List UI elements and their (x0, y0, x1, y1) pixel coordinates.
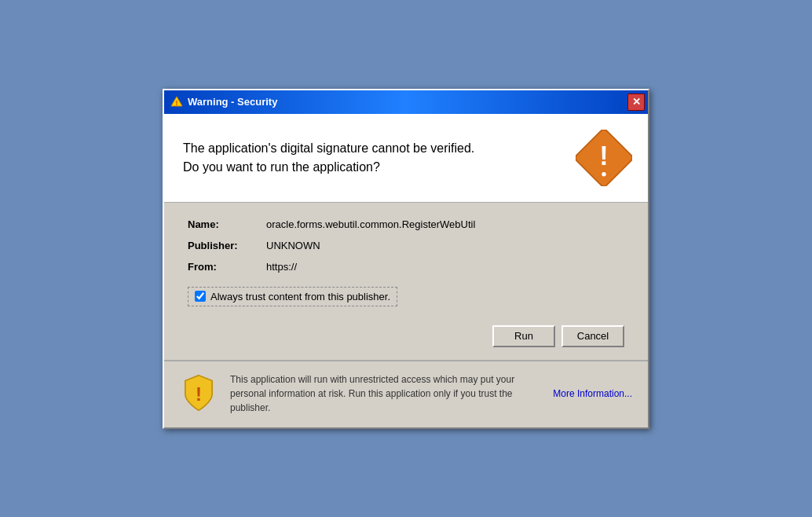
run-button[interactable]: Run (492, 325, 555, 347)
security-dialog: ! Warning - Security ✕ The application's… (163, 89, 649, 429)
footer-section: ! This application will run with unrestr… (164, 361, 648, 427)
name-row: Name: oracle.forms.webutil.common.Regist… (188, 218, 624, 230)
header-section: The application's digital signature cann… (164, 114, 648, 203)
publisher-row: Publisher: UNKNOWN (188, 240, 624, 251)
publisher-value: UNKNOWN (266, 240, 320, 251)
title-bar-left: ! Warning - Security (170, 96, 277, 108)
cancel-button[interactable]: Cancel (561, 325, 624, 347)
svg-text:!: ! (196, 383, 202, 405)
close-button[interactable]: ✕ (627, 94, 645, 111)
publisher-label: Publisher: (188, 240, 266, 251)
title-text: Warning - Security (188, 96, 277, 108)
header-message: The application's digital signature cann… (183, 139, 560, 177)
from-label: From: (188, 261, 266, 273)
always-trust-label[interactable]: Always trust content from this publisher… (210, 291, 390, 302)
svg-text:!: ! (599, 141, 608, 170)
info-table: Name: oracle.forms.webutil.common.Regist… (188, 218, 624, 273)
always-trust-checkbox[interactable] (195, 291, 206, 302)
shield-warning-icon: ! (180, 374, 218, 412)
svg-text:!: ! (176, 99, 178, 107)
diamond-warning-icon: ! (576, 130, 632, 186)
body-section: Name: oracle.forms.webutil.common.Regist… (164, 203, 648, 361)
trust-checkbox-area: Always trust content from this publisher… (188, 287, 397, 306)
title-warning-icon: ! (170, 96, 183, 108)
name-value: oracle.forms.webutil.common.RegisterWebU… (266, 218, 475, 230)
from-row: From: https:// (188, 261, 624, 273)
name-label: Name: (188, 218, 266, 230)
more-info-link[interactable]: More Information... (553, 388, 632, 399)
footer-warning-text: This application will run with unrestric… (230, 372, 545, 415)
title-bar: ! Warning - Security ✕ (164, 90, 648, 114)
button-row: Run Cancel (188, 325, 624, 347)
from-value: https:// (266, 261, 297, 273)
footer-text-area: This application will run with unrestric… (230, 372, 632, 415)
svg-point-4 (602, 172, 605, 176)
